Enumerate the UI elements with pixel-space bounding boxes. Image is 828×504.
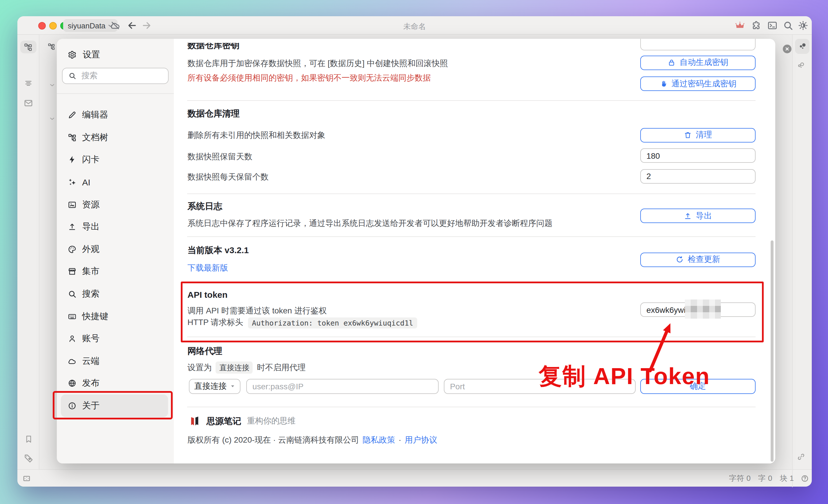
- document-title: 未命名: [403, 22, 426, 32]
- forward-button[interactable]: [141, 20, 152, 31]
- sidebar-item-flashcard[interactable]: 闪卡: [57, 149, 174, 171]
- dock-tag-button[interactable]: [24, 454, 34, 463]
- sidebar-item-label: 搜索: [82, 289, 100, 299]
- char-count: 字符0: [727, 473, 751, 484]
- sidebar-item-bazaar[interactable]: 集市: [57, 260, 174, 283]
- sidebar-item-label: 发布: [82, 378, 100, 389]
- lock-icon: [667, 58, 676, 67]
- sidebar-item-account[interactable]: 账号: [57, 328, 174, 350]
- sidebar-item-hotkeys[interactable]: 快捷键: [57, 305, 174, 328]
- section-divider: [188, 100, 755, 101]
- export-log-button[interactable]: 导出: [640, 209, 755, 223]
- dock-inbox-button[interactable]: [24, 98, 33, 108]
- dock-backlinks-button[interactable]: [797, 453, 805, 461]
- trash-icon: [684, 131, 692, 139]
- upload-icon: [684, 212, 692, 220]
- terminal-icon[interactable]: [767, 20, 778, 31]
- back-button[interactable]: [127, 20, 137, 31]
- user-agreement-link[interactable]: 用户协议: [405, 435, 437, 445]
- theme-contrast-icon[interactable]: [798, 20, 808, 31]
- search-placeholder: 搜索: [81, 71, 98, 81]
- content-scrollbar[interactable]: [771, 241, 774, 462]
- doc-tree-icon: [68, 133, 77, 142]
- proxy-desc-prefix: 设置为: [188, 362, 212, 373]
- search-icon: [68, 290, 77, 298]
- repo-key-input-partial[interactable]: [640, 39, 755, 50]
- sidebar-item-doctree[interactable]: 文档树: [57, 126, 174, 149]
- proxy-address-input[interactable]: [246, 379, 439, 394]
- doc-tree-panel-icon: [47, 43, 55, 50]
- privacy-policy-link[interactable]: 隐私政策: [363, 435, 395, 445]
- desktop-background: siyuanData 未命名: [0, 0, 828, 504]
- proxy-mode-value: 直接连接: [194, 381, 227, 392]
- check-update-button[interactable]: 检查更新: [640, 252, 755, 267]
- traffic-light-minimize[interactable]: [49, 22, 56, 29]
- sidebar-item-appearance[interactable]: 外观: [57, 238, 174, 260]
- repo-key-desc: 数据仓库用于加密保存数据快照，可在 [数据历史] 中创建快照和回滚快照: [188, 58, 448, 69]
- word-count: 字0: [756, 473, 772, 484]
- search-icon: [68, 72, 76, 80]
- section-divider: [188, 193, 755, 194]
- sidebar-item-label: 云端: [82, 356, 100, 367]
- chevron-down-icon[interactable]: [49, 82, 55, 88]
- word-count-area: 字符0 字0 块1: [727, 470, 809, 487]
- help-icon[interactable]: [801, 474, 809, 482]
- search-icon[interactable]: [783, 20, 793, 31]
- cloud-off-icon[interactable]: [110, 20, 121, 31]
- fullscreen-icon[interactable]: [22, 474, 31, 482]
- download-latest-link[interactable]: 下载最新版: [188, 263, 228, 273]
- dock-global-graph-button[interactable]: [797, 61, 805, 70]
- proxy-desc-row: 设置为 直接连接 时不启用代理: [188, 362, 306, 374]
- sidebar-item-label: 快捷键: [82, 311, 108, 322]
- retention-days-input[interactable]: [640, 148, 755, 163]
- dock-graph-button[interactable]: [795, 39, 810, 53]
- proxy-mode-select[interactable]: 直接连接: [189, 379, 241, 394]
- system-log-desc: 系统日志中保存了程序运行记录，通过导出系统日志发送给开发者可以更好地帮助开发者诊…: [188, 218, 552, 229]
- sidebar-item-about[interactable]: 关于: [61, 394, 168, 417]
- titlebar: siyuanData 未命名: [17, 16, 812, 35]
- hand-icon: [659, 80, 667, 88]
- daily-keep-input[interactable]: [640, 169, 755, 183]
- sidebar-item-search[interactable]: 搜索: [57, 283, 174, 305]
- generate-key-by-passphrase-button[interactable]: 通过密码生成密钥: [640, 77, 755, 91]
- dock-bookmark-button[interactable]: [24, 434, 33, 444]
- dock-outline-button[interactable]: [24, 79, 33, 88]
- settings-sidebar: 设置 搜索 编辑器 文档树: [57, 39, 174, 463]
- token-blur-overlay: [685, 299, 721, 318]
- api-token-heading: API token: [188, 289, 227, 299]
- traffic-light-close[interactable]: [38, 22, 45, 29]
- image-icon: [68, 200, 77, 209]
- block-count: 块1: [778, 473, 794, 484]
- settings-content: 数据仓库密钥 数据仓库用于加密保存数据快照，可在 [数据历史] 中创建快照和回滚…: [174, 39, 775, 463]
- sidebar-item-ai[interactable]: AI: [57, 171, 174, 194]
- workspace-switcher[interactable]: siyuanData: [63, 19, 118, 32]
- siyuan-logo: [189, 416, 201, 426]
- purge-button[interactable]: 清理: [640, 128, 755, 142]
- close-icon[interactable]: [783, 44, 791, 53]
- app-slogan: 重构你的思维: [247, 416, 296, 426]
- sideb ar-item-export[interactable]: 导出: [57, 216, 174, 238]
- sidebar-item-assets[interactable]: 资源: [57, 194, 174, 216]
- http-header-label: HTTP 请求标头: [188, 318, 243, 328]
- settings-title: 设置: [68, 49, 100, 60]
- settings-dialog: 设置 搜索 编辑器 文档树: [57, 39, 775, 463]
- sidebar-item-label: 闪卡: [82, 154, 100, 165]
- sidebar-item-label: 外观: [82, 244, 100, 255]
- dock-doc-tree-button[interactable]: [20, 41, 36, 53]
- sidebar-item-publish[interactable]: 发布: [57, 372, 174, 394]
- settings-search-input[interactable]: 搜索: [62, 68, 169, 84]
- sidebar-item-editor[interactable]: 编辑器: [57, 104, 174, 126]
- auto-generate-key-button[interactable]: 自动生成密钥: [640, 55, 755, 70]
- left-dock: [17, 35, 40, 469]
- store-icon: [68, 267, 77, 276]
- check-update-label: 检查更新: [688, 254, 720, 265]
- sidebar-item-cloud[interactable]: 云端: [57, 350, 174, 372]
- puzzle-icon[interactable]: [751, 20, 761, 31]
- separator-dot: ·: [399, 435, 401, 445]
- system-log-heading: 系统日志: [188, 201, 222, 212]
- keyboard-icon: [68, 312, 77, 321]
- crown-icon[interactable]: [735, 20, 745, 31]
- chevron-down-icon[interactable]: [49, 116, 55, 122]
- bolt-icon: [68, 156, 77, 164]
- sidebar-item-label: 编辑器: [82, 110, 108, 121]
